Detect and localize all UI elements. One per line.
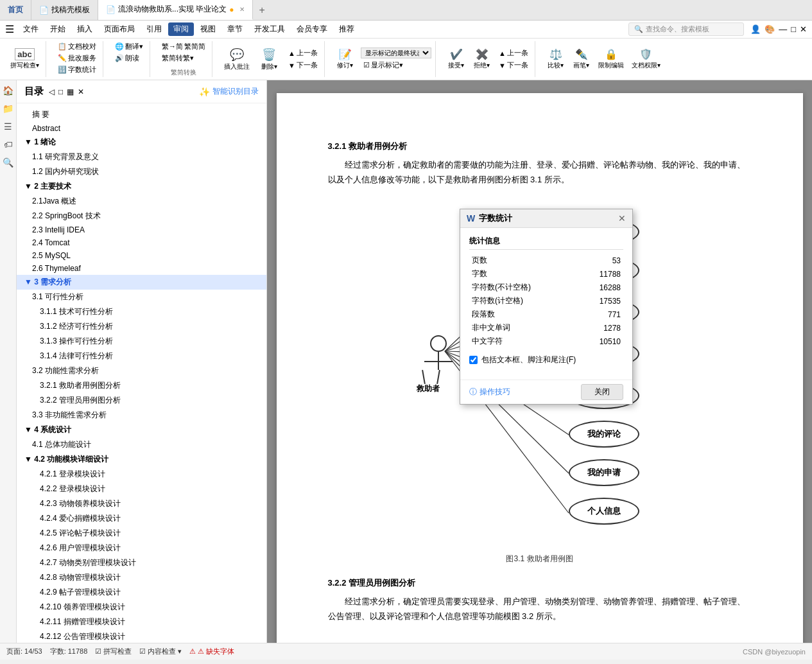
delete-button[interactable]: 🗑️ 删除▾	[257, 46, 281, 73]
doc-area[interactable]: 3.2.1 救助者用例分析 经过需求分析，确定救助者的需要做的功能为注册、登录、…	[267, 80, 812, 643]
modify-button[interactable]: 📝 修订▾	[334, 47, 357, 71]
toc-4-2[interactable]: ▼ 4.2 功能模块详细设计	[17, 452, 266, 467]
translate-button[interactable]: 🌐 翻译▾	[112, 41, 146, 52]
toc-3-3[interactable]: 3.3 非功能性需求分析	[17, 408, 266, 423]
toc-4-2-4[interactable]: 4.2.4 爱心捐赠模块设计	[17, 511, 266, 526]
sidebar-icon-close[interactable]: ✕	[78, 87, 84, 96]
menu-developer[interactable]: 开发工具	[249, 22, 290, 36]
toc-3-2[interactable]: 3.2 功能性需求分析	[17, 363, 266, 378]
sidebar-icon-prev[interactable]: ◁	[49, 87, 55, 96]
include-textbox-checkbox[interactable]: 包括文本框、脚注和尾注(F)	[469, 354, 623, 365]
toc-4-2-11[interactable]: 4.2.11 捐赠管理模块设计	[17, 615, 266, 629]
toc-ch1[interactable]: ▼ 1 绪论	[17, 135, 266, 150]
toc-abstract-en[interactable]: Abstract	[17, 122, 266, 135]
toc-ch3[interactable]: ▼ 3 需求分析	[17, 275, 266, 290]
prev-comment-button[interactable]: ▲ 上一条	[286, 48, 320, 58]
toc-3-1-2[interactable]: 3.1.2 经济可行性分析	[17, 319, 266, 334]
display-status-select[interactable]: 显示标记的最终状态	[361, 48, 431, 58]
word-status[interactable]: 字数: 11788	[50, 647, 88, 656]
restrict-edit-button[interactable]: 🔒 限制编辑	[596, 47, 626, 71]
toc-3-1-3[interactable]: 3.1.3 操作可行性分析	[17, 334, 266, 349]
dialog-title-bar[interactable]: W 字数统计 ✕	[460, 209, 632, 228]
toc-4-2-10[interactable]: 4.2.10 领养管理模块设计	[17, 600, 266, 615]
handwrite-button[interactable]: ✒️ 画笔▾	[570, 47, 593, 71]
tab-doc-close[interactable]: ✕	[239, 6, 245, 13]
toc-4-2-12[interactable]: 4.2.12 公告管理模块设计	[17, 629, 266, 643]
toc-4-2-6[interactable]: 4.2.6 用户管理模块设计	[17, 541, 266, 555]
tab-add-button[interactable]: +	[253, 4, 272, 16]
toc-2-2[interactable]: 2.2 SpringBoot 技术	[17, 209, 266, 223]
toc-2-1[interactable]: 2.1Java 概述	[17, 194, 266, 209]
home-icon[interactable]: 🏠	[3, 85, 13, 96]
next-track-button[interactable]: ▼ 下一条	[496, 60, 531, 71]
doc-compare-button[interactable]: 📋 文档校对	[55, 41, 99, 52]
menu-vip[interactable]: 会员专享	[291, 22, 333, 36]
search-sidebar-icon[interactable]: 🔍	[3, 157, 13, 168]
simplify-btn2[interactable]: 繁简转繁▾	[159, 53, 196, 64]
toc-3-1-1[interactable]: 3.1.1 技术可行性分析	[17, 304, 266, 319]
compare-button[interactable]: ⚖️ 比较▾	[544, 47, 567, 71]
close-button[interactable]: 关闭	[581, 384, 623, 400]
tab-home[interactable]: 首页	[0, 0, 31, 20]
ribbon-search[interactable]: 🔍 查找命令、搜索模板	[628, 22, 744, 36]
reject-button[interactable]: ✖️ 拒绝▾	[471, 47, 494, 71]
toc-1-1[interactable]: 1.1 研究背景及意义	[17, 150, 266, 164]
toc-ch4[interactable]: ▼ 4 系统设计	[17, 423, 266, 437]
toc-4-2-3[interactable]: 4.2.3 动物领养模块设计	[17, 496, 266, 511]
page-status[interactable]: 页面: 14/53	[6, 647, 42, 656]
menu-file[interactable]: 文件	[18, 22, 44, 36]
menu-insert[interactable]: 插入	[72, 22, 98, 36]
prev-track-button[interactable]: ▲ 上一条	[496, 48, 531, 58]
simplify-btn1[interactable]: 繁→简 繁简简	[159, 41, 208, 52]
toc-4-2-7[interactable]: 4.2.7 动物类别管理模块设计	[17, 555, 266, 570]
maximize-icon[interactable]: □	[791, 24, 796, 34]
menu-home[interactable]: 开始	[45, 22, 71, 36]
menu-recommend[interactable]: 推荐	[334, 22, 359, 36]
toc-4-2-9[interactable]: 4.2.9 帖子管理模块设计	[17, 585, 266, 600]
toc-3-1-4[interactable]: 3.1.4 法律可行性分析	[17, 349, 266, 363]
spell-check-status[interactable]: ☑ 拼写检查	[95, 647, 132, 656]
toc-2-5[interactable]: 2.5 MySQL	[17, 249, 266, 262]
minimize-icon[interactable]: —	[779, 24, 787, 34]
accept-button[interactable]: ✔️ 接受▾	[445, 47, 468, 71]
folder-icon[interactable]: 📁	[3, 103, 13, 114]
close-window-icon[interactable]: ✕	[800, 24, 807, 34]
skin-icon[interactable]: 🎨	[764, 24, 775, 34]
toc-4-2-1[interactable]: 4.2.1 登录模块设计	[17, 467, 266, 482]
next-comment-button[interactable]: ▼ 下一条	[286, 60, 320, 71]
toc-3-1[interactable]: 3.1 可行性分析	[17, 290, 266, 304]
ai-toc-button[interactable]: ✨ 智能识别目录	[199, 86, 259, 97]
toc-4-2-2[interactable]: 4.2.2 登录模块设计	[17, 482, 266, 496]
dialog-close-button[interactable]: ✕	[618, 213, 626, 223]
toc-4-2-8[interactable]: 4.2.8 动物管理模块设计	[17, 570, 266, 585]
spellcheck-button[interactable]: abc 拼写检查▾	[8, 47, 42, 71]
menu-reference[interactable]: 引用	[141, 22, 167, 36]
toc-2-4[interactable]: 2.4 Tomcat	[17, 236, 266, 249]
toc-2-6[interactable]: 2.6 Thymeleaf	[17, 262, 266, 275]
sidebar-icon-expand[interactable]: ▦	[67, 87, 74, 96]
doc-permission-button[interactable]: 🛡️ 文档权限▾	[629, 47, 663, 71]
font-warn-status[interactable]: ⚠ ⚠ 缺失字体	[189, 647, 234, 656]
toc-abstract[interactable]: 摘 要	[17, 107, 266, 122]
sidebar-icon-collapse[interactable]: □	[58, 87, 63, 96]
toc-container[interactable]: 摘 要 Abstract ▼ 1 绪论 1.1 研究背景及意义 1.2 国内外研…	[17, 103, 266, 643]
track-changes-button[interactable]: ✏️ 批改服务	[55, 53, 99, 64]
tab-doc[interactable]: 📄 流浪动物救助系...实现 毕业论文 ● ✕	[98, 0, 253, 20]
show-marks-button[interactable]: ☑ 显示标记▾	[361, 60, 431, 71]
toc-4-2-5[interactable]: 4.2.5 评论帖子模块设计	[17, 526, 266, 541]
tag-icon[interactable]: 🏷	[4, 139, 13, 150]
content-check-status[interactable]: ☑ 内容检查 ▾	[139, 647, 182, 656]
menu-view[interactable]: 视图	[195, 22, 221, 36]
toc-1-2[interactable]: 1.2 国内外研究现状	[17, 164, 266, 179]
toc-3-2-1[interactable]: 3.2.1 救助者用例图分析	[17, 378, 266, 393]
toc-4-1[interactable]: 4.1 总体功能设计	[17, 437, 266, 452]
checkbox-input[interactable]	[469, 356, 478, 364]
toc-2-3[interactable]: 2.3 Intellij IDEA	[17, 223, 266, 236]
toc-ch2[interactable]: ▼ 2 主要技术	[17, 179, 266, 194]
toc-icon[interactable]: ☰	[4, 121, 12, 132]
wordcount-button[interactable]: 🔢 字数统计	[55, 64, 99, 75]
tab-template[interactable]: 📄 找稿壳模板	[31, 0, 98, 20]
user-avatar-icon[interactable]: 👤	[750, 24, 761, 34]
toc-3-2-2[interactable]: 3.2.2 管理员用例图分析	[17, 393, 266, 408]
read-aloud-button[interactable]: 🔊 朗读	[112, 53, 142, 64]
